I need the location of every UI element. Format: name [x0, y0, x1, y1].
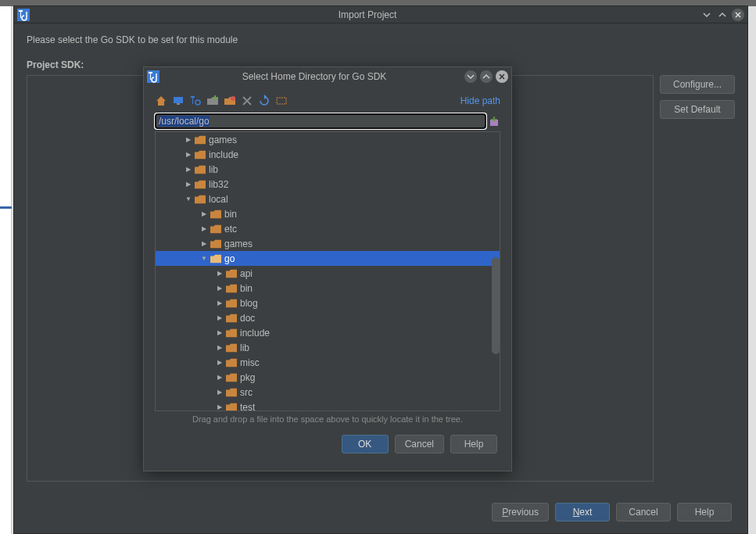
svg-rect-12 — [213, 97, 217, 99]
tree-item-include[interactable]: ▶include — [156, 147, 500, 162]
tree-item-label: include — [209, 149, 238, 160]
tree-item-test[interactable]: ▶test — [156, 400, 500, 411]
collapse-up-icon[interactable] — [716, 9, 729, 21]
svg-point-13 — [231, 96, 235, 101]
outer-title: Import Project — [34, 9, 700, 20]
folder-icon — [195, 134, 206, 145]
collapse-up-icon[interactable] — [480, 70, 493, 83]
tree-item-label: blog — [240, 298, 258, 309]
expand-arrow-icon[interactable]: ▼ — [199, 255, 209, 262]
tree-item-local[interactable]: ▼local — [156, 192, 500, 206]
tree-item-pkg[interactable]: ▶pkg — [156, 370, 500, 385]
expand-arrow-icon[interactable]: ▶ — [199, 225, 209, 232]
tree-item-etc[interactable]: ▶etc — [156, 221, 500, 236]
expand-arrow-icon[interactable]: ▶ — [215, 344, 224, 351]
tree-item-games[interactable]: ▶games — [156, 132, 500, 147]
outer-titlebar[interactable]: Import Project — [14, 6, 747, 23]
expand-arrow-icon[interactable]: ▶ — [215, 285, 224, 292]
expand-arrow-icon[interactable]: ▶ — [184, 151, 193, 158]
editor-gutter — [0, 0, 12, 534]
expand-arrow-icon[interactable]: ▶ — [184, 136, 193, 143]
expand-arrow-icon[interactable]: ▶ — [215, 359, 224, 366]
show-hidden-icon[interactable] — [275, 95, 288, 107]
tree-item-games[interactable]: ▶games — [156, 236, 500, 251]
close-icon[interactable] — [496, 70, 508, 83]
help-button[interactable]: Help — [677, 503, 732, 521]
folder-icon — [210, 224, 221, 235]
set-default-button[interactable]: Set Default — [660, 100, 735, 119]
collapse-down-icon[interactable] — [700, 9, 713, 21]
tree-item-lib[interactable]: ▶lib — [156, 162, 500, 177]
svg-rect-9 — [192, 96, 193, 104]
folder-icon — [195, 194, 206, 205]
inner-titlebar[interactable]: Select Home Directory for Go SDK — [144, 67, 511, 86]
cancel-button[interactable]: Cancel — [395, 435, 444, 453]
folder-icon — [210, 209, 221, 220]
expand-arrow-icon[interactable]: ▶ — [215, 314, 224, 321]
tree-item-api[interactable]: ▶api — [156, 266, 500, 281]
folder-icon — [195, 179, 206, 190]
tree-item-bin[interactable]: ▶bin — [156, 206, 500, 221]
tree-item-misc[interactable]: ▶misc — [156, 355, 500, 370]
expand-arrow-icon[interactable]: ▶ — [215, 389, 224, 396]
instruction-text: Please select the Go SDK to be set for t… — [27, 34, 735, 45]
directory-tree[interactable]: ▶games▶include▶lib▶lib32▼local▶bin▶etc▶g… — [155, 131, 500, 411]
tree-item-bin[interactable]: ▶bin — [156, 281, 500, 296]
folder-icon — [226, 313, 237, 324]
configure-button[interactable]: Configure... — [660, 75, 735, 94]
svg-point-10 — [195, 100, 200, 105]
new-folder-icon[interactable] — [206, 95, 219, 107]
hide-path-link[interactable]: Hide path — [460, 95, 500, 106]
cancel-button[interactable]: Cancel — [616, 503, 671, 521]
desktop-icon[interactable] — [172, 95, 185, 107]
new-folder-marked-icon[interactable] — [224, 95, 236, 107]
tree-item-doc[interactable]: ▶doc — [156, 310, 500, 325]
tree-item-label: misc — [240, 357, 260, 368]
svg-rect-5 — [150, 72, 151, 80]
expand-arrow-icon[interactable]: ▶ — [215, 270, 224, 277]
svg-rect-6 — [174, 97, 183, 103]
expand-arrow-icon[interactable]: ▶ — [199, 240, 209, 247]
folder-icon — [195, 149, 206, 160]
delete-icon[interactable] — [241, 95, 253, 107]
expand-arrow-icon[interactable]: ▶ — [184, 181, 193, 188]
expand-arrow-icon[interactable]: ▶ — [184, 166, 193, 173]
tree-item-label: bin — [240, 283, 253, 294]
tree-item-label: doc — [240, 313, 255, 324]
project-icon[interactable] — [189, 95, 202, 107]
tree-item-lib32[interactable]: ▶lib32 — [156, 177, 500, 192]
tree-item-label: include — [240, 328, 270, 339]
close-icon[interactable] — [732, 9, 744, 21]
svg-rect-7 — [177, 103, 180, 105]
home-icon[interactable] — [155, 95, 167, 107]
svg-rect-14 — [277, 98, 286, 104]
app-icon — [147, 70, 159, 83]
drop-hint: Drag and drop a file into the space abov… — [155, 411, 500, 430]
path-input[interactable] — [155, 113, 486, 129]
expand-arrow-icon[interactable]: ▶ — [199, 210, 209, 217]
refresh-icon[interactable] — [258, 95, 271, 107]
next-button[interactable]: Next — [555, 503, 610, 521]
tree-item-label: etc — [224, 224, 237, 235]
previous-button[interactable]: Previous — [492, 503, 549, 521]
tree-item-src[interactable]: ▶src — [156, 385, 500, 400]
collapse-down-icon[interactable] — [464, 70, 477, 83]
tree-item-blog[interactable]: ▶blog — [156, 296, 500, 310]
folder-icon — [226, 387, 237, 398]
tree-item-lib[interactable]: ▶lib — [156, 340, 500, 355]
folder-icon — [226, 268, 237, 279]
tree-item-go[interactable]: ▼go — [156, 251, 500, 266]
expand-arrow-icon[interactable]: ▶ — [215, 329, 224, 336]
ok-button[interactable]: OK — [342, 435, 389, 453]
expand-arrow-icon[interactable]: ▶ — [215, 374, 224, 381]
expand-arrow-icon[interactable]: ▶ — [215, 403, 224, 410]
expand-arrow-icon[interactable]: ▶ — [215, 299, 224, 306]
expand-arrow-icon[interactable]: ▼ — [184, 195, 193, 202]
tree-item-include[interactable]: ▶include — [156, 325, 500, 340]
tree-item-label: test — [240, 402, 255, 412]
scrollbar-thumb[interactable] — [492, 257, 500, 354]
tree-item-label: games — [224, 238, 253, 249]
inner-title: Select Home Directory for Go SDK — [164, 71, 464, 82]
help-button[interactable]: Help — [450, 435, 497, 453]
history-icon[interactable] — [488, 115, 500, 127]
